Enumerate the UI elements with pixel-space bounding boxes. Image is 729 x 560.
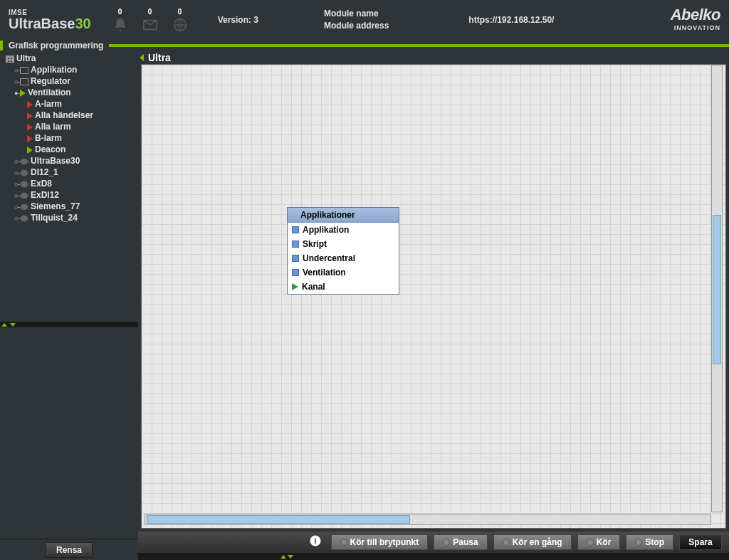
tree-item-applikation[interactable]: ○─Applikation <box>3 64 135 75</box>
tree-item-regulator[interactable]: ○─Regulator <box>3 75 135 87</box>
dot-icon <box>340 539 347 546</box>
flag-icon <box>27 101 33 108</box>
app-icon <box>292 255 299 262</box>
left-separator[interactable] <box>0 322 138 327</box>
dot-icon <box>587 539 594 546</box>
main-panel: Ultra Applikationer Applikation Skript U… <box>138 51 729 560</box>
scroll-thumb[interactable] <box>147 515 410 524</box>
left-panel: Ultra ○─Applikation ○─Regulator ●─Ventil… <box>0 51 138 560</box>
bottom-toolbar: i Kör till brytpunkt Pausa Kör en gång K… <box>138 532 729 553</box>
section-bar: Grafisk programmering <box>0 40 729 51</box>
brand-big: UltraBase30 <box>9 16 91 31</box>
tree-item-blarm[interactable]: B-larm <box>3 132 135 144</box>
body: Ultra ○─Applikation ○─Regulator ●─Ventil… <box>0 51 729 560</box>
tree-item-ultrabase30[interactable]: ○─UltraBase30 <box>3 155 135 167</box>
grid-icon <box>6 56 14 63</box>
scroll-thumb[interactable] <box>713 215 721 364</box>
tree-item-exd8[interactable]: ○─ExD8 <box>3 178 135 189</box>
menu-item-undercentral[interactable]: Undercentral <box>288 251 399 265</box>
svg-text:i: i <box>315 537 317 545</box>
tree-item-deacon[interactable]: Deacon <box>3 144 135 155</box>
app-icon <box>292 241 299 248</box>
envelope-icon[interactable]: 0 <box>142 8 158 33</box>
device-icon <box>20 158 28 165</box>
menu-item-ventilation[interactable]: Ventilation <box>288 265 399 280</box>
section-bar-fill <box>109 44 729 47</box>
bottom-strip <box>138 553 729 560</box>
horizontal-scrollbar[interactable] <box>145 514 711 525</box>
left-footer: Rensa <box>0 539 138 560</box>
device-icon <box>20 181 28 188</box>
dot-icon <box>503 539 510 546</box>
module-address-label: Module address <box>324 20 389 32</box>
bell-icon[interactable]: 0 <box>112 8 128 33</box>
collapse-icon[interactable] <box>140 54 144 61</box>
canvas[interactable]: Applikationer Applikation Skript Underce… <box>141 64 726 529</box>
tree-item-alla-handelser[interactable]: Alla händelser <box>3 110 135 121</box>
arrow-icon <box>27 147 33 154</box>
vertical-scrollbar[interactable] <box>711 65 723 512</box>
menu-item-applikation[interactable]: Applikation <box>288 223 399 237</box>
version-label: Version: 3 <box>218 15 258 25</box>
canvas-title: Ultra <box>148 52 171 63</box>
lower-panel <box>0 327 138 539</box>
pause-button[interactable]: Pausa <box>434 534 487 550</box>
run-to-breakpoint-button[interactable]: Kör till brytpunkt <box>331 534 429 550</box>
device-icon <box>20 192 28 199</box>
expand-down-icon[interactable] <box>288 555 293 559</box>
canvas-title-bar: Ultra <box>138 51 729 64</box>
tree-item-alla-larm[interactable]: Alla larm <box>3 121 135 132</box>
dot-icon <box>443 539 450 546</box>
globe-icon[interactable]: 0 <box>172 8 188 33</box>
header: IMSE UltraBase30 0 0 0 Version: 3 Module… <box>0 0 729 40</box>
flag-icon <box>27 112 33 120</box>
tree-item-ventilation[interactable]: ●─Ventilation <box>3 87 135 98</box>
device-icon <box>20 215 28 222</box>
section-title: Grafisk programmering <box>0 41 109 51</box>
vendor-logo: Abelko INNOVATION <box>671 6 720 31</box>
tree-item-siemens[interactable]: ○─Siemens_77 <box>3 201 135 212</box>
module-info: Module name Module address <box>324 8 389 32</box>
module-name-label: Module name <box>324 8 389 20</box>
clear-button[interactable]: Rensa <box>46 542 93 558</box>
context-menu-header: Applikationer <box>288 208 399 223</box>
context-menu: Applikationer Applikation Skript Underce… <box>287 207 399 295</box>
canvas-wrap: Applikationer Applikation Skript Underce… <box>138 64 729 532</box>
dot-icon <box>635 539 642 546</box>
flag-icon <box>27 124 33 131</box>
header-icons: 0 0 0 <box>112 8 188 33</box>
app-icon <box>292 269 299 276</box>
menu-item-kanal[interactable]: Kanal <box>288 280 399 294</box>
expand-up-icon[interactable] <box>280 555 286 559</box>
tree-item-exdi12[interactable]: ○─ExDI12 <box>3 189 135 201</box>
app-icon <box>292 226 299 233</box>
tree-item-di12[interactable]: ○─DI12_1 <box>3 167 135 178</box>
menu-item-skript[interactable]: Skript <box>288 237 399 251</box>
info-icon[interactable]: i <box>309 534 322 550</box>
tree: Ultra ○─Applikation ○─Regulator ●─Ventil… <box>0 51 138 322</box>
run-once-button[interactable]: Kör en gång <box>493 534 572 550</box>
box-icon <box>20 67 28 74</box>
tree-item-alarm[interactable]: A-larm <box>3 98 135 110</box>
channel-icon <box>292 283 298 290</box>
flag-icon <box>27 135 33 142</box>
tree-item-tillquist[interactable]: ○─Tillquist_24 <box>3 212 135 223</box>
stop-button[interactable]: Stop <box>626 534 673 550</box>
tree-root[interactable]: Ultra <box>3 53 135 64</box>
run-button[interactable]: Kör <box>577 534 621 550</box>
play-icon <box>20 90 26 97</box>
device-icon <box>20 204 28 211</box>
save-button[interactable]: Spara <box>679 534 722 550</box>
box-icon <box>20 78 28 85</box>
brand: IMSE UltraBase30 <box>9 9 91 31</box>
device-icon <box>20 169 28 176</box>
url-label: https://192.168.12.50/ <box>468 15 554 25</box>
